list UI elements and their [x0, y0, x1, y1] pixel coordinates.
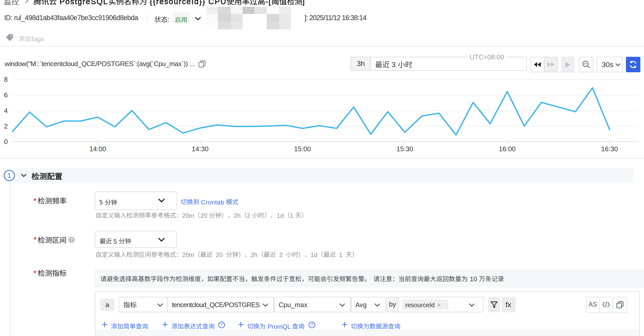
svg-text:2: 2: [4, 122, 8, 130]
svg-text:14:30: 14:30: [192, 145, 208, 153]
svg-text:?: ?: [220, 322, 223, 327]
svg-text:8: 8: [4, 76, 8, 83]
svg-text:1: 1: [7, 172, 11, 179]
svg-text:?: ?: [311, 322, 313, 327]
svg-text:14:00: 14:00: [89, 145, 106, 153]
svg-text:16:00: 16:00: [499, 145, 516, 153]
svg-text:?: ?: [70, 237, 73, 242]
svg-text:6: 6: [4, 91, 8, 99]
svg-text:16:30: 16:30: [601, 145, 618, 153]
svg-text:15:30: 15:30: [396, 145, 413, 153]
svg-text:15:00: 15:00: [294, 145, 311, 153]
svg-text:4: 4: [4, 107, 8, 115]
svg-text:0: 0: [4, 138, 8, 146]
